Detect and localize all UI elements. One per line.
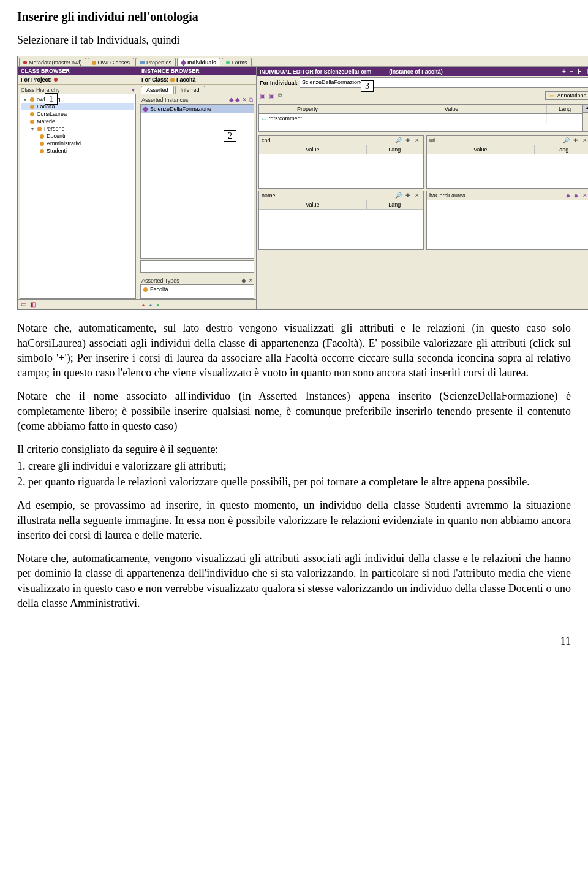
class-hierarchy-label-row: Class Hierarchy ▾ [18, 85, 138, 94]
instance-browser-footer: ⬥ ⬥ ⬥ [138, 299, 256, 309]
tab-metadata-label: Metadata(master.owl) [29, 59, 82, 66]
tab-owl-classes-label: OWLClasses [98, 59, 130, 66]
main-tabs: Metadata(master.owl) OWLClasses Properti… [18, 56, 588, 67]
slot-cod-value-col: Value [259, 145, 367, 154]
instance-search[interactable] [140, 260, 254, 273]
slot-hacorsilaurea: haCorsiLaurea ◆ ◆ ✕ [426, 191, 588, 250]
class-icon [40, 149, 44, 153]
tab-owl-classes[interactable]: OWLClasses [88, 58, 135, 66]
tab-properties[interactable]: Properties [135, 58, 176, 66]
slot-url-lang-col: Lang [535, 145, 588, 154]
slot-cod-label: cod [262, 137, 271, 143]
criteria-intro: Il criterio consigliato da seguire è il … [17, 442, 571, 457]
type-label: Facoltà [150, 286, 168, 292]
footer-icon[interactable]: ⬥ [141, 301, 145, 308]
prop-icon: ▭ [262, 115, 267, 121]
slot-cod-tools[interactable]: 🔎 ✚ ✕ [395, 137, 421, 143]
for-project-label: For Project: [21, 77, 52, 83]
individuals-icon [181, 59, 187, 66]
tab-individuals[interactable]: Individuals [177, 58, 221, 66]
callout-2: 2 [224, 130, 236, 142]
col-property: Property [259, 105, 356, 113]
para-1: Notare che, automaticamente, sul lato de… [17, 321, 571, 380]
annotations-button[interactable]: ▭ Annotations [545, 91, 588, 100]
class-hierarchy-label: Class Hierarchy [21, 87, 60, 93]
type-row[interactable]: Facoltà [141, 285, 254, 294]
slot-cod-input[interactable] [259, 154, 423, 188]
instance-browser-title: INSTANCE BROWSER [141, 68, 200, 74]
slot-url-tools[interactable]: 🔎 ✚ ✕ [563, 137, 588, 143]
editor-window-controls[interactable]: + − F T [562, 68, 588, 75]
annotations-icon: ▭ [549, 93, 555, 99]
tree-node-docenti[interactable]: Docenti [21, 132, 134, 140]
tab-individuals-label: Individuals [187, 59, 216, 66]
footer-icon[interactable]: ⬥ [149, 301, 153, 308]
list-item: per quanto riguarda le relazioni valoriz… [28, 474, 571, 489]
scrollbar[interactable]: ▴ [583, 104, 588, 132]
tree-node-materie[interactable]: Materie [21, 118, 134, 125]
intro-text: Selezionare il tab Individuals, quindi [17, 32, 571, 47]
asserted-types-toolbar[interactable]: ◆ ✕ [241, 277, 253, 284]
slot-hacorsilaurea-input[interactable] [427, 200, 588, 249]
owlclasses-icon [92, 61, 96, 65]
prop-name: rdfs:comment [269, 115, 303, 121]
slot-nome-label: nome [262, 192, 276, 199]
individual-icon [143, 106, 149, 112]
protege-screenshot: 1 2 3 Metadata(master.owl) OWLClasses Pr… [17, 56, 588, 310]
tree-node-corsilaurea[interactable]: CorsiLaurea [21, 110, 134, 118]
metadata-icon [23, 61, 27, 64]
slot-url-input[interactable] [427, 154, 588, 188]
asserted-types-list[interactable]: Facoltà [140, 284, 254, 299]
annotations-table[interactable]: Property Value Lang ▭ rdfs:comment [258, 104, 583, 132]
individual-editor-subheader: For Individual: ScienzeDellaFormazione [257, 76, 588, 89]
editor-tool-icon[interactable]: ▣ [260, 93, 265, 99]
tree-node-facolta[interactable]: Facoltà [21, 103, 134, 110]
inner-tab-asserted[interactable]: Asserted [141, 86, 174, 94]
properties-icon [140, 61, 145, 64]
slot-url: url 🔎 ✚ ✕ Value Lang [426, 135, 588, 189]
individual-editor-panel: INDIVIDUAL EDITOR for ScienzeDellaForm (… [257, 67, 588, 309]
slot-nome-tools[interactable]: 🔎 ✚ ✕ [395, 192, 421, 199]
asserted-instances-list[interactable]: ScienzeDellaFormazione [140, 104, 254, 259]
page-title: Inserire gli individui nell'ontologia [17, 10, 571, 24]
instance-browser-header: INSTANCE BROWSER [138, 67, 256, 75]
slot-nome-input[interactable] [259, 210, 423, 243]
inner-tab-inferred[interactable]: Inferred [175, 86, 205, 94]
class-browser-header: CLASS BROWSER [18, 67, 138, 75]
slot-hacorsilaurea-tools[interactable]: ◆ ◆ ✕ [566, 192, 588, 199]
instance-row[interactable]: ScienzeDellaFormazione [141, 105, 254, 113]
class-icon [40, 134, 44, 139]
class-browser-footer: ▭ ◧ [18, 299, 138, 309]
asserted-types-row: Asserted Types ◆ ✕ [138, 275, 256, 284]
footer-icon[interactable]: ▭ [21, 301, 26, 308]
slot-cod: cod 🔎 ✚ ✕ Value Lang [258, 135, 424, 189]
class-icon [30, 112, 34, 116]
class-browser-toolbar[interactable]: ▾ [132, 86, 135, 93]
slot-nome-value-col: Value [259, 200, 367, 210]
class-browser-subheader: For Project: [18, 75, 138, 85]
class-icon [30, 120, 34, 124]
tab-metadata[interactable]: Metadata(master.owl) [19, 58, 86, 66]
tree-node-studenti[interactable]: Studenti [21, 147, 134, 154]
slot-cod-lang-col: Lang [367, 145, 423, 154]
table-row[interactable]: ▭ rdfs:comment [259, 114, 582, 123]
tree-node-persone[interactable]: ▾Persone [21, 125, 134, 132]
instance-label: ScienzeDellaFormazione [150, 106, 211, 112]
tree-root[interactable]: ▾owl:Thing [21, 96, 134, 103]
footer-icon[interactable]: ⬥ [156, 301, 160, 308]
tree-node-amministrativi[interactable]: Amministrativi [21, 140, 134, 147]
class-icon [37, 127, 42, 131]
asserted-instances-toolbar[interactable]: ◆ ◆ ✕ ⧉ [229, 96, 253, 104]
criteria-list: creare gli individui e valorizzare gli a… [17, 458, 571, 490]
footer-icon[interactable]: ◧ [30, 301, 36, 308]
slot-hacorsilaurea-label: haCorsiLaurea [429, 192, 466, 199]
individual-name-input[interactable]: ScienzeDellaFormazione [300, 77, 588, 88]
slot-url-value-col: Value [427, 145, 535, 154]
tree-node-label: Docenti [47, 133, 66, 139]
class-tree[interactable]: ▾owl:Thing Facoltà CorsiLaurea Materie ▾… [20, 94, 136, 299]
editor-tool-icon[interactable]: ▣ [269, 93, 274, 99]
tab-properties-label: Properties [146, 59, 172, 66]
annotations-button-label: Annotations [557, 93, 586, 99]
editor-tool-icon[interactable]: ⧉ [278, 92, 282, 99]
tab-forms[interactable]: Forms [222, 58, 252, 66]
